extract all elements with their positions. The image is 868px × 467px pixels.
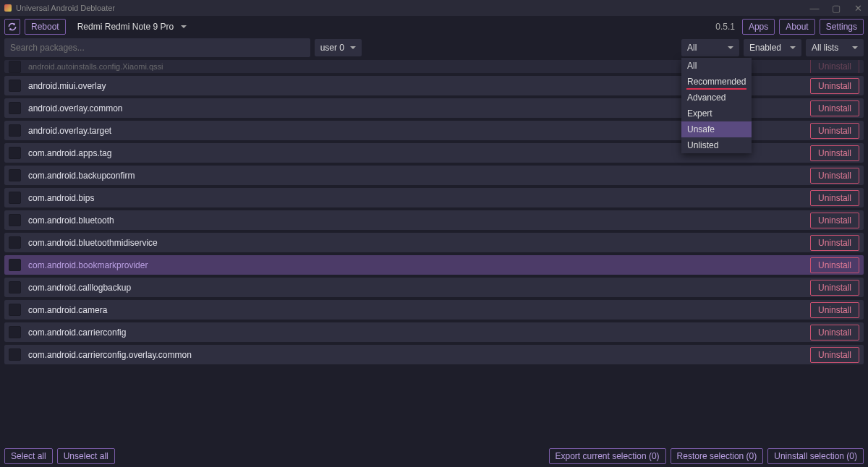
chevron-down-icon bbox=[181, 25, 187, 28]
filter-list-label: All lists bbox=[812, 43, 838, 53]
window-titlebar: Universal Android Debloater — ▢ ✕ bbox=[0, 0, 868, 16]
main-toolbar: Reboot Redmi Redmi Note 9 Pro 0.5.1 Apps… bbox=[0, 16, 868, 38]
uninstall-button[interactable]: Uninstall bbox=[810, 190, 859, 206]
filter-bar: user 0 All All Recommended Advanced Expe… bbox=[0, 38, 868, 58]
filter-category-label: All bbox=[687, 43, 697, 53]
minimize-button[interactable]: — bbox=[809, 3, 820, 14]
package-name: com.android.backupconfirm bbox=[28, 171, 803, 181]
select-all-button[interactable]: Select all bbox=[4, 448, 53, 464]
package-checkbox[interactable] bbox=[9, 236, 21, 249]
chevron-down-icon bbox=[852, 46, 858, 49]
package-row[interactable]: com.android.bluetoothUninstall bbox=[4, 210, 864, 230]
filter-option-unsafe[interactable]: Unsafe bbox=[681, 121, 752, 137]
bottom-bar: Select all Unselect all Export current s… bbox=[0, 445, 868, 467]
window-title: Universal Android Debloater bbox=[16, 4, 115, 12]
package-checkbox[interactable] bbox=[9, 124, 21, 137]
close-button[interactable]: ✕ bbox=[852, 3, 864, 14]
refresh-icon bbox=[7, 22, 17, 32]
apps-button[interactable]: Apps bbox=[742, 19, 775, 35]
package-row[interactable]: com.android.bipsUninstall bbox=[4, 188, 864, 207]
maximize-button[interactable]: ▢ bbox=[830, 3, 842, 14]
export-selection-button[interactable]: Export current selection (0) bbox=[549, 448, 666, 464]
chevron-down-icon bbox=[728, 46, 733, 49]
package-row[interactable]: com.android.calllogbackupUninstall bbox=[4, 278, 864, 297]
filter-category-menu: All Recommended Advanced Expert Unsafe U… bbox=[681, 58, 752, 153]
uninstall-button[interactable]: Uninstall bbox=[810, 257, 859, 273]
uninstall-button[interactable]: Uninstall bbox=[810, 235, 859, 251]
package-checkbox[interactable] bbox=[9, 169, 21, 181]
uninstall-button[interactable]: Uninstall bbox=[810, 280, 859, 296]
package-row[interactable]: com.android.bluetoothmidiserviceUninstal… bbox=[4, 233, 864, 252]
app-icon bbox=[4, 4, 12, 12]
package-name: com.android.bluetoothmidiservice bbox=[28, 238, 803, 248]
package-checkbox[interactable] bbox=[9, 259, 21, 271]
uninstall-button[interactable]: Uninstall bbox=[810, 78, 859, 94]
search-input[interactable] bbox=[4, 38, 310, 57]
package-checkbox[interactable] bbox=[9, 304, 21, 316]
package-row[interactable]: com.android.carrierconfig.overlay.common… bbox=[4, 345, 864, 364]
settings-button[interactable]: Settings bbox=[820, 19, 864, 35]
filter-category-dropdown[interactable]: All All Recommended Advanced Expert Unsa… bbox=[681, 39, 739, 56]
package-name: com.android.bluetooth bbox=[28, 215, 803, 226]
package-name: com.android.camera bbox=[28, 305, 803, 315]
uninstall-button[interactable]: Uninstall bbox=[810, 168, 859, 184]
package-checkbox[interactable] bbox=[9, 281, 21, 294]
restore-selection-button[interactable]: Restore selection (0) bbox=[671, 448, 764, 464]
user-dropdown[interactable]: user 0 bbox=[315, 39, 362, 56]
package-checkbox[interactable] bbox=[9, 192, 21, 204]
chevron-down-icon bbox=[350, 46, 356, 49]
package-name: com.android.calllogbackup bbox=[28, 283, 803, 293]
refresh-button[interactable] bbox=[4, 19, 20, 35]
user-dropdown-label: user 0 bbox=[320, 43, 344, 53]
version-label: 0.5.1 bbox=[715, 22, 735, 32]
package-name: com.android.bips bbox=[28, 193, 803, 203]
filter-state-label: Enabled bbox=[749, 43, 781, 53]
unselect-all-button[interactable]: Unselect all bbox=[57, 448, 115, 464]
about-button[interactable]: About bbox=[779, 19, 814, 35]
filter-option-expert[interactable]: Expert bbox=[681, 106, 752, 121]
uninstall-button[interactable]: Uninstall bbox=[810, 123, 859, 139]
chevron-down-icon bbox=[790, 46, 796, 49]
package-row[interactable]: com.android.backupconfirmUninstall bbox=[4, 166, 864, 185]
package-checkbox[interactable] bbox=[9, 102, 21, 114]
package-checkbox[interactable] bbox=[9, 147, 21, 159]
uninstall-button[interactable]: Uninstall bbox=[810, 347, 859, 363]
uninstall-button[interactable]: Uninstall bbox=[810, 213, 859, 228]
device-selector[interactable]: Redmi Redmi Note 9 Pro bbox=[70, 20, 194, 34]
package-checkbox[interactable] bbox=[9, 80, 21, 92]
package-name: com.android.carrierconfig.overlay.common bbox=[28, 350, 803, 360]
uninstall-button[interactable]: Uninstall bbox=[810, 145, 859, 161]
uninstall-button[interactable]: Uninstall bbox=[810, 302, 859, 318]
filter-option-advanced[interactable]: Advanced bbox=[681, 90, 752, 106]
uninstall-button[interactable]: Uninstall bbox=[810, 60, 859, 73]
package-checkbox[interactable] bbox=[9, 348, 21, 361]
filter-option-recommended[interactable]: Recommended bbox=[681, 74, 752, 90]
filter-state-dropdown[interactable]: Enabled bbox=[744, 39, 801, 56]
package-name: com.android.carrierconfig bbox=[28, 327, 803, 338]
package-checkbox[interactable] bbox=[9, 326, 21, 338]
filter-option-all[interactable]: All bbox=[681, 58, 752, 74]
uninstall-selection-button[interactable]: Uninstall selection (0) bbox=[767, 448, 864, 464]
filter-option-unlisted[interactable]: Unlisted bbox=[681, 137, 752, 153]
device-selector-label: Redmi Redmi Note 9 Pro bbox=[77, 22, 174, 32]
package-checkbox[interactable] bbox=[9, 214, 21, 226]
uninstall-button[interactable]: Uninstall bbox=[810, 325, 859, 340]
reboot-button[interactable]: Reboot bbox=[25, 19, 66, 35]
package-row[interactable]: com.android.cameraUninstall bbox=[4, 300, 864, 320]
package-row[interactable]: com.android.carrierconfigUninstall bbox=[4, 322, 864, 342]
package-name: com.android.bookmarkprovider bbox=[28, 260, 803, 270]
uninstall-button[interactable]: Uninstall bbox=[810, 100, 859, 116]
filter-list-dropdown[interactable]: All lists bbox=[806, 39, 864, 56]
package-checkbox[interactable] bbox=[9, 61, 21, 73]
package-row[interactable]: com.android.bookmarkproviderUninstall bbox=[4, 255, 864, 275]
